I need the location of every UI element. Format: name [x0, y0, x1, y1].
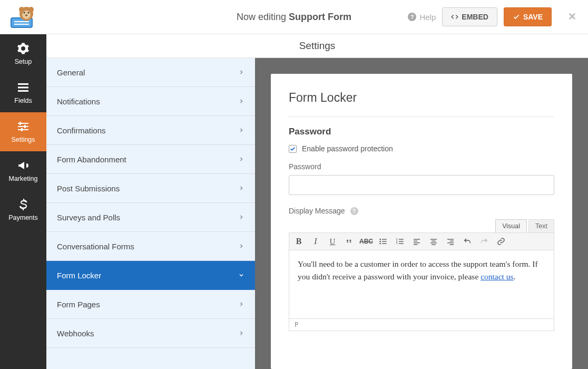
settings-menu-item[interactable]: Webhooks — [46, 319, 255, 348]
settings-menu-item[interactable]: Confirmations — [46, 116, 255, 145]
svg-rect-11 — [18, 87, 28, 89]
nav-item-fields[interactable]: Fields — [0, 73, 46, 112]
chevron-right-icon — [238, 155, 244, 164]
toolbar-bold-button[interactable]: B — [293, 236, 304, 247]
close-button[interactable] — [564, 12, 580, 23]
topbar: Now editing Support Form ? Help EMBED SA… — [0, 0, 588, 34]
toolbar-undo-button[interactable] — [462, 236, 473, 247]
settings-menu-item[interactable]: General — [46, 58, 255, 87]
app-logo — [0, 0, 46, 34]
sliders-icon — [17, 120, 30, 133]
svg-rect-33 — [414, 242, 420, 243]
menu-item-label: Form Locker — [57, 271, 101, 280]
toolbar-italic-button[interactable]: I — [310, 236, 321, 247]
embed-button[interactable]: EMBED — [442, 7, 497, 26]
toolbar-link-button[interactable] — [496, 236, 506, 247]
settings-menu-item[interactable]: Conversational Forms — [46, 232, 255, 261]
nav-item-setup[interactable]: Setup — [0, 34, 46, 73]
svg-rect-31 — [414, 239, 420, 239]
svg-rect-37 — [430, 242, 437, 243]
svg-rect-42 — [450, 244, 454, 245]
password-input[interactable] — [289, 175, 554, 195]
svg-rect-12 — [18, 90, 28, 92]
menu-item-label: Confirmations — [57, 126, 106, 135]
svg-text:3: 3 — [396, 242, 398, 245]
nav-item-marketing[interactable]: Marketing — [0, 151, 46, 190]
check-icon — [290, 146, 296, 152]
toolbar-redo-button[interactable] — [479, 236, 489, 247]
svg-rect-38 — [432, 244, 436, 245]
svg-point-21 — [379, 243, 381, 245]
editor-text-post: . — [514, 272, 516, 281]
toolbar-ol-button[interactable]: 123 — [395, 236, 405, 247]
chevron-right-icon — [238, 242, 244, 251]
dollar-icon — [17, 198, 30, 211]
toolbar-ul-button[interactable] — [378, 236, 388, 247]
nav-item-settings[interactable]: Settings — [0, 112, 46, 151]
editor-tab-visual[interactable]: Visual — [495, 219, 527, 232]
form-name: Support Form — [289, 12, 351, 22]
nav-label: Settings — [11, 136, 35, 143]
menu-item-label: Surveys and Polls — [57, 213, 120, 222]
menu-item-label: Webhooks — [57, 329, 94, 338]
form-locker-panel: Form Locker Password Enable password pro… — [271, 74, 572, 369]
toolbar-alignc-button[interactable] — [428, 236, 439, 247]
svg-rect-32 — [414, 241, 417, 241]
svg-rect-14 — [18, 126, 28, 127]
toolbar-alignr-button[interactable] — [445, 236, 456, 247]
bullhorn-icon — [17, 159, 30, 172]
svg-rect-29 — [399, 241, 404, 241]
rich-text-editor: Visual Text BIUABC123 You'll need to be … — [289, 219, 554, 331]
chevron-right-icon — [238, 300, 244, 309]
save-label: SAVE — [523, 13, 543, 21]
chevron-right-icon — [238, 126, 244, 135]
chevron-right-icon — [238, 68, 244, 77]
contact-us-link[interactable]: contact us — [481, 272, 513, 281]
nav-label: Payments — [8, 214, 38, 221]
editor-toolbar: BIUABC123 — [289, 232, 554, 250]
svg-point-5 — [28, 7, 34, 12]
settings-menu-item[interactable]: Surveys and Polls — [46, 203, 255, 232]
settings-menu-item[interactable]: Form Pages — [46, 290, 255, 319]
editor-tab-text[interactable]: Text — [528, 219, 554, 232]
svg-rect-16 — [19, 122, 21, 125]
settings-menu-item[interactable]: Post Submissions — [46, 174, 255, 203]
close-icon — [567, 12, 577, 21]
svg-rect-24 — [382, 243, 387, 244]
help-icon[interactable]: ? — [350, 207, 358, 215]
nav-label: Fields — [14, 97, 32, 104]
toolbar-alignl-button[interactable] — [411, 236, 422, 247]
svg-rect-10 — [18, 83, 28, 85]
settings-menu-item[interactable]: Form Abandonment — [46, 145, 255, 174]
svg-point-8 — [28, 12, 30, 14]
svg-rect-15 — [18, 129, 28, 130]
chevron-right-icon — [238, 97, 244, 106]
svg-point-19 — [379, 239, 381, 240]
settings-menu-item[interactable]: Form Locker — [46, 261, 255, 290]
toolbar-underline-button[interactable]: U — [327, 236, 338, 247]
svg-point-7 — [24, 12, 25, 14]
svg-rect-41 — [447, 242, 454, 243]
enable-password-checkbox[interactable] — [289, 145, 297, 153]
editor-status-path: P — [289, 319, 554, 331]
save-button[interactable]: SAVE — [504, 7, 552, 26]
divider — [289, 116, 554, 117]
left-nav: Setup Fields Settings Marketing Payments — [0, 34, 46, 369]
embed-label: EMBED — [462, 13, 488, 21]
nav-item-payments[interactable]: Payments — [0, 190, 46, 229]
menu-item-label: Conversational Forms — [57, 242, 134, 251]
chevron-right-icon — [238, 184, 244, 193]
gear-icon — [17, 42, 30, 55]
help-link[interactable]: ? Help — [408, 13, 436, 22]
editor-content[interactable]: You'll need to be a customer in order to… — [289, 250, 554, 319]
section-title: Password — [289, 127, 554, 137]
chevron-down-icon — [238, 271, 244, 280]
svg-point-20 — [379, 241, 381, 242]
toolbar-quote-button[interactable] — [344, 236, 355, 247]
settings-menu-item[interactable]: Notifications — [46, 87, 255, 116]
svg-rect-36 — [432, 241, 436, 241]
svg-rect-18 — [21, 128, 23, 131]
toolbar-strike-button[interactable]: ABC — [361, 236, 371, 247]
menu-item-label: Post Submissions — [57, 184, 120, 193]
display-message-label: Display Message — [289, 207, 345, 215]
